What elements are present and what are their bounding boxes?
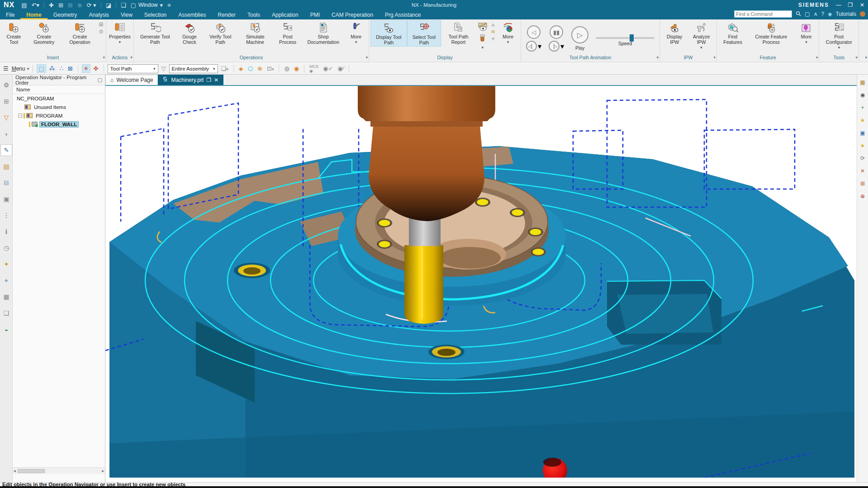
navigator-horizontal-scrollbar[interactable]: ◂ ▸	[13, 467, 105, 474]
display-blisk-icon[interactable]	[476, 21, 489, 33]
dropdown-icon[interactable]: ▾	[538, 42, 541, 51]
gouge-check-button[interactable]: Gouge Check	[175, 20, 204, 46]
display-ipw-button[interactable]: Display IPW	[661, 20, 688, 46]
dropdown-icon[interactable]: ▾	[560, 42, 564, 51]
process-navigator-icon[interactable]: ⊟	[0, 177, 12, 189]
scroll-right-icon[interactable]: ▸	[101, 469, 105, 473]
menu-cam-preparation[interactable]: CAM Preperation	[326, 10, 379, 19]
create-tool-button[interactable]: Create Tool	[1, 20, 26, 46]
find-features-button[interactable]: Find Features	[718, 20, 747, 46]
properties-button[interactable]: Properties ▾	[108, 20, 132, 45]
account-avatar[interactable]	[860, 11, 865, 17]
tree-row-nc-program[interactable]: NC_PROGRAM	[13, 94, 105, 103]
tree-row-floor-wall[interactable]: FLOOR_WALL	[13, 120, 105, 128]
copy-path-icon[interactable]: ⊞	[858, 179, 868, 189]
display-blisk-icon[interactable]: ▦	[858, 77, 868, 87]
refresh-icon[interactable]: ⟳ ▾	[87, 2, 96, 9]
display-tool-path-button[interactable]: Display Tool Path	[370, 20, 407, 47]
cascade-windows-icon[interactable]: ❏	[121, 2, 126, 9]
operations-more-button[interactable]: More ▾	[345, 20, 367, 45]
history-clock-icon[interactable]: ◷	[0, 242, 12, 254]
workpiece-icon[interactable]: ▣	[858, 128, 868, 138]
measure-icon[interactable]: ⌖	[0, 275, 12, 286]
menu-application[interactable]: Application	[266, 10, 304, 19]
insert-extra2-icon[interactable]: ♔	[99, 28, 104, 35]
tree-row-unused-items[interactable]: Unused Items	[13, 103, 105, 111]
assembly-scope-combo[interactable]: Entire Assembly▾	[169, 64, 218, 73]
tab-machinery-part[interactable]: Machinery.prt ❐ ✕	[158, 75, 223, 85]
help-icon[interactable]: ?	[821, 11, 825, 17]
show-mcs-icon[interactable]: MCS◉	[308, 64, 320, 74]
window-icon[interactable]: ▢	[131, 2, 136, 9]
snap-square-icon[interactable]: ⊡▾	[266, 65, 275, 72]
speed-slider[interactable]	[596, 37, 655, 39]
menu-selection[interactable]: Selection	[138, 10, 172, 19]
hide-percent-icon[interactable]: ◉⁄	[336, 65, 345, 72]
menu-view[interactable]: View	[115, 10, 138, 19]
select-filter-icon[interactable]: ⬚	[37, 64, 46, 73]
scrollbar-thumb[interactable]	[18, 469, 45, 473]
insert-extra-icon[interactable]: ⊞	[99, 21, 104, 28]
snap-end-icon[interactable]: ✜	[92, 65, 100, 72]
menu-render[interactable]: Render	[212, 10, 242, 19]
restore-button[interactable]: ❐	[844, 0, 856, 10]
scroll-left-icon[interactable]: ◂	[13, 469, 17, 473]
move-icon[interactable]: ✚	[49, 2, 54, 9]
expand-toggle-icon[interactable]: −	[18, 114, 22, 118]
step-back-button[interactable]: ◁	[527, 25, 541, 39]
go-to-end-button[interactable]: ▕▷	[549, 41, 560, 52]
dialog-launcher-icon[interactable]: ▾	[816, 55, 818, 60]
shaded-view-icon[interactable]: ◍	[283, 65, 290, 72]
properties-dropdown-icon[interactable]: ▾	[119, 40, 121, 44]
fullscreen-icon[interactable]: ▢	[805, 11, 810, 17]
layers-icon[interactable]: ▦	[0, 291, 12, 303]
menu-assemblies[interactable]: Assemblies	[172, 10, 212, 19]
create-operation-button[interactable]: Create Operation	[62, 20, 98, 46]
delete-path-icon[interactable]: ✕	[858, 166, 868, 176]
close-button[interactable]: ✕	[856, 0, 868, 10]
simulate-machine-button[interactable]: Simulate Machine	[237, 20, 274, 46]
menu-file[interactable]: File	[0, 10, 20, 19]
customize-qat-icon[interactable]: ≡	[167, 2, 171, 9]
create-feature-process-button[interactable]: Create Feature Process	[747, 20, 795, 46]
sequence-icon[interactable]: ⋮	[0, 209, 12, 221]
assembly-navigator-icon[interactable]: ⊞	[0, 95, 12, 107]
info-circle-icon[interactable]: ℹ	[0, 226, 12, 237]
touch-icon[interactable]: ✦	[0, 258, 12, 270]
select-bodies-icon[interactable]: ⊠	[66, 65, 74, 72]
more-dropdown-icon[interactable]: ▾	[355, 40, 357, 44]
verify-tool-path-button[interactable]: Verify Tool Path	[204, 20, 237, 46]
pause-button[interactable]: ▮▮	[550, 25, 563, 39]
regenerate-path-icon[interactable]: ⟳	[858, 153, 868, 163]
navigator-column-name[interactable]: Name	[13, 85, 105, 94]
constraint-navigator-icon[interactable]: ▽	[0, 112, 12, 123]
search-icon[interactable]	[796, 11, 801, 18]
window-menu-arrow-icon[interactable]: ▾	[160, 2, 163, 9]
window-menu[interactable]: Window	[138, 2, 158, 8]
snap-point-icon[interactable]: ✳	[82, 64, 90, 73]
machine-tool-navigator-icon[interactable]: ▤	[0, 161, 12, 172]
tutorials-link[interactable]: Tutorials	[835, 11, 856, 17]
snap-box-icon[interactable]: ⊕	[256, 65, 264, 72]
move-up-icon[interactable]: ▲	[490, 21, 496, 28]
part-navigator-icon[interactable]: ◗	[0, 128, 12, 140]
collapse-ribbon-icon[interactable]: ∧	[814, 11, 818, 17]
display-toolpath-icon[interactable]: ◉	[858, 90, 868, 100]
select-components-icon[interactable]: ⁂	[48, 65, 57, 72]
wireframe-view-icon[interactable]: ◉	[293, 65, 300, 72]
roles-icon[interactable]: ◒	[0, 323, 12, 335]
post-process-button[interactable]: Post Process	[274, 20, 302, 46]
select-faces-icon[interactable]: ∴	[58, 65, 65, 72]
panel-window-icon[interactable]: ▢	[98, 77, 102, 83]
layers-icon[interactable]: ❏▾	[220, 65, 230, 72]
analyze-ipw-button[interactable]: Analyze IPW ▾	[688, 20, 715, 50]
minimize-button[interactable]: —	[833, 0, 844, 10]
menu-home[interactable]: Home	[20, 10, 47, 19]
tab-welcome-page[interactable]: ⌂ Welcome Page	[105, 75, 158, 85]
dialog-launcher-icon[interactable]: ▾	[366, 55, 368, 60]
snap-handle-icon[interactable]: ◈	[237, 65, 245, 72]
documents-icon[interactable]: ❏	[0, 307, 12, 319]
speed-slider-thumb[interactable]	[630, 34, 634, 42]
dialog-launcher-icon[interactable]: ▾	[657, 55, 659, 60]
selection-scope-combo[interactable]: Tool Path▾	[108, 64, 158, 73]
